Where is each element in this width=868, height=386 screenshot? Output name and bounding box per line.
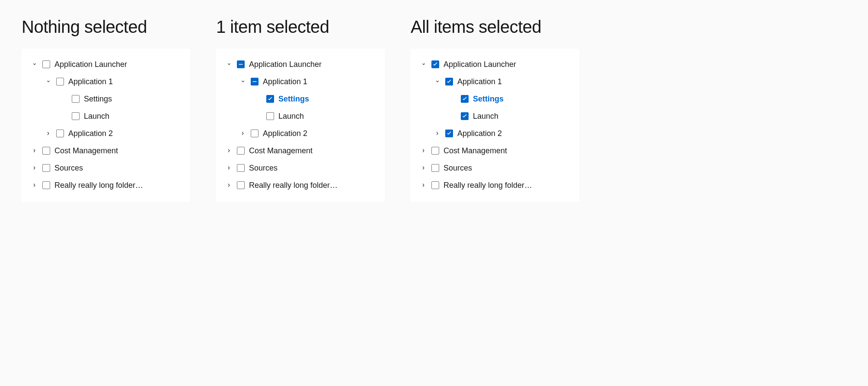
example-title: 1 item selected [216, 17, 385, 37]
chevron-right-icon[interactable] [433, 129, 442, 138]
checkbox[interactable] [251, 130, 258, 137]
checkbox[interactable] [266, 112, 274, 120]
tree-item-settings[interactable]: Settings [29, 90, 183, 108]
chevron-right-icon[interactable] [225, 181, 233, 190]
tree-item-sources[interactable]: Sources [418, 159, 572, 177]
tree-item-long[interactable]: Really really long folder… [418, 177, 572, 194]
checkbox-checked[interactable] [461, 95, 469, 103]
tree-item-label: Application 1 [457, 77, 502, 86]
checkbox-checked[interactable] [445, 78, 453, 85]
checkbox-checked[interactable] [431, 60, 439, 68]
tree-item-label: Application 2 [263, 129, 307, 138]
tree-item-app2[interactable]: Application 2 [223, 125, 378, 142]
tree-item-app-launcher[interactable]: Application Launcher [223, 56, 378, 73]
checkbox[interactable] [42, 147, 50, 155]
chevron-down-icon[interactable] [225, 60, 233, 69]
chevron-right-icon[interactable] [225, 146, 233, 155]
tree-item-sources[interactable]: Sources [223, 159, 378, 177]
checkbox[interactable] [431, 164, 439, 172]
tree-item-cost[interactable]: Cost Management [418, 142, 572, 159]
example-title: Nothing selected [22, 17, 190, 37]
tree-view: Application Launcher Application 1 Setti… [216, 49, 385, 202]
checkbox[interactable] [56, 78, 64, 85]
tree-item-label: Sources [444, 164, 472, 173]
tree-item-label: Launch [84, 112, 109, 121]
tree-item-label: Application 2 [68, 129, 113, 138]
chevron-down-icon[interactable] [30, 60, 39, 69]
tree-item-label: Application Launcher [249, 60, 322, 69]
tree-item-launch[interactable]: Launch [418, 108, 572, 125]
tree-item-label: Cost Management [444, 146, 507, 155]
tree-item-settings[interactable]: Settings [418, 90, 572, 108]
checkbox[interactable] [42, 60, 50, 68]
example-title: All items selected [411, 17, 579, 37]
checkbox[interactable] [237, 181, 245, 189]
checkbox[interactable] [237, 164, 245, 172]
example-one-selected: 1 item selected Application Launcher App… [216, 17, 385, 202]
tree-item-settings[interactable]: Settings [223, 90, 378, 108]
checkbox[interactable] [72, 95, 80, 103]
tree-item-label: Really really long folder… [444, 181, 532, 190]
checkbox[interactable] [237, 147, 245, 155]
tree-item-app-launcher[interactable]: Application Launcher [29, 56, 183, 73]
checkbox[interactable] [42, 164, 50, 172]
chevron-down-icon[interactable] [433, 77, 442, 86]
svg-rect-8 [239, 64, 243, 65]
tree-item-long[interactable]: Really really long folder… [29, 177, 183, 194]
tree-item-label: Settings [473, 95, 504, 104]
chevron-right-icon[interactable] [30, 181, 39, 190]
chevron-down-icon[interactable] [239, 77, 247, 86]
checkbox-checked[interactable] [445, 130, 453, 137]
tree-item-sources[interactable]: Sources [29, 159, 183, 177]
tree-item-label: Settings [84, 95, 112, 104]
checkbox-indeterminate[interactable] [251, 78, 258, 85]
tree-item-launch[interactable]: Launch [29, 108, 183, 125]
tree-item-label: Really really long folder… [54, 181, 143, 190]
chevron-right-icon[interactable] [419, 164, 428, 172]
tree-item-label: Cost Management [54, 146, 118, 155]
tree-item-label: Application 2 [457, 129, 502, 138]
tree-item-label: Sources [54, 164, 83, 173]
chevron-right-icon[interactable] [239, 129, 247, 138]
checkbox[interactable] [56, 130, 64, 137]
tree-item-label: Sources [249, 164, 278, 173]
checkbox-indeterminate[interactable] [237, 60, 245, 68]
chevron-right-icon[interactable] [30, 164, 39, 172]
tree-item-app2[interactable]: Application 2 [29, 125, 183, 142]
chevron-down-icon[interactable] [419, 60, 428, 69]
tree-item-label: Application 1 [263, 77, 307, 86]
tree-item-label: Application Launcher [54, 60, 127, 69]
tree-item-long[interactable]: Really really long folder… [223, 177, 378, 194]
chevron-right-icon[interactable] [30, 146, 39, 155]
checkbox[interactable] [431, 181, 439, 189]
checkbox[interactable] [431, 147, 439, 155]
chevron-right-icon[interactable] [419, 146, 428, 155]
tree-item-label: Launch [473, 112, 498, 121]
checkbox[interactable] [72, 112, 80, 120]
svg-rect-9 [253, 81, 257, 82]
tree-item-label: Really really long folder… [249, 181, 338, 190]
examples-row: Nothing selected Application Launcher Ap… [22, 17, 846, 202]
chevron-right-icon[interactable] [225, 164, 233, 172]
tree-item-app1[interactable]: Application 1 [418, 73, 572, 90]
example-all-selected: All items selected Application Launcher … [411, 17, 579, 202]
tree-item-label: Application Launcher [444, 60, 516, 69]
checkbox-checked[interactable] [461, 112, 469, 120]
chevron-right-icon[interactable] [44, 129, 53, 138]
example-nothing-selected: Nothing selected Application Launcher Ap… [22, 17, 190, 202]
checkbox[interactable] [42, 181, 50, 189]
tree-item-label: Application 1 [68, 77, 113, 86]
tree-item-label: Settings [278, 95, 309, 104]
tree-item-launch[interactable]: Launch [223, 108, 378, 125]
tree-item-app2[interactable]: Application 2 [418, 125, 572, 142]
checkbox-checked[interactable] [266, 95, 274, 103]
tree-view: Application Launcher Application 1 Setti… [22, 49, 190, 202]
tree-item-label: Cost Management [249, 146, 313, 155]
tree-item-cost[interactable]: Cost Management [223, 142, 378, 159]
tree-item-app1[interactable]: Application 1 [29, 73, 183, 90]
tree-item-app1[interactable]: Application 1 [223, 73, 378, 90]
chevron-down-icon[interactable] [44, 77, 53, 86]
chevron-right-icon[interactable] [419, 181, 428, 190]
tree-item-app-launcher[interactable]: Application Launcher [418, 56, 572, 73]
tree-item-cost[interactable]: Cost Management [29, 142, 183, 159]
